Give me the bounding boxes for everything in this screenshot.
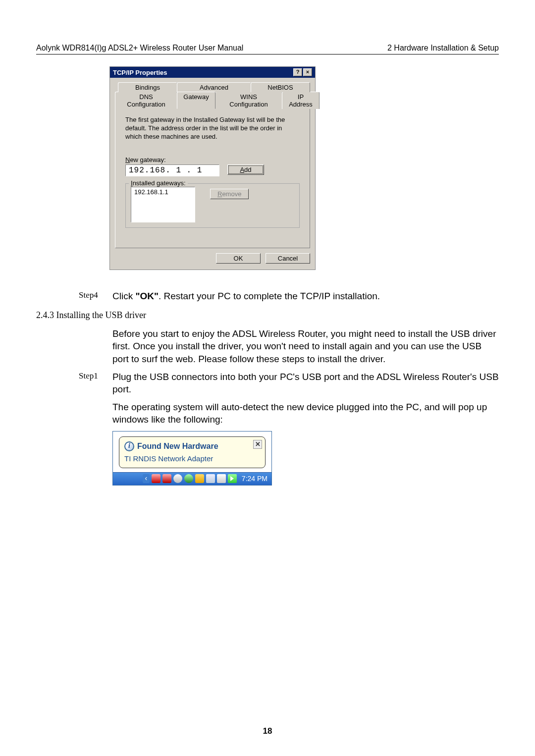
installed-gateway-item[interactable]: 192.168.1.1 [133, 188, 193, 196]
new-gateway-input[interactable]: 192.168. 1 . 1 [125, 164, 219, 176]
gateway-description: The first gateway in the Installed Gatew… [125, 116, 300, 141]
tray-icon[interactable] [228, 474, 237, 483]
system-tray: ‹ 7:24 PM [113, 472, 271, 485]
cancel-button[interactable]: Cancel [266, 253, 310, 264]
step1-label: Step1 [79, 371, 110, 382]
step1-text: Plug the USB connectors into both your P… [112, 371, 499, 396]
installed-gateways-label: Installed gateways: [129, 179, 188, 187]
header-right: 2 Hardware Installation & Setup [387, 44, 499, 53]
tray-icon[interactable] [184, 474, 193, 483]
installed-gateways-list[interactable]: 192.168.1.1 [131, 187, 195, 222]
tray-icon[interactable] [217, 474, 226, 483]
tab-gateway[interactable]: Gateway [177, 92, 215, 109]
tab-netbios[interactable]: NetBIOS [251, 82, 310, 92]
popup-device-name: TI RNDIS Network Adapter [124, 454, 260, 464]
popup-close-icon[interactable]: ✕ [253, 440, 262, 449]
tray-icon[interactable] [152, 474, 160, 483]
tray-icon[interactable] [162, 474, 171, 483]
page-number: 18 [0, 726, 535, 736]
add-button[interactable]: Add [227, 164, 264, 175]
tab-wins-configuration[interactable]: WINS Configuration [215, 92, 282, 109]
intro-paragraph: Before you start to enjoy the ADSL Wirel… [112, 327, 499, 366]
help-icon[interactable]: ? [293, 68, 302, 76]
ok-button[interactable]: OK [216, 253, 261, 264]
dialog-title: TCP/IP Properties [113, 69, 167, 76]
tray-icon[interactable] [195, 474, 204, 483]
tray-expand-icon[interactable]: ‹ [143, 474, 150, 483]
step4-text: Click "OK". Restart your PC to complete … [112, 290, 499, 303]
tab-advanced[interactable]: Advanced [177, 82, 251, 92]
tray-clock: 7:24 PM [242, 474, 268, 484]
header-left: Aolynk WDR814(I)g ADSL2+ Wireless Router… [36, 44, 243, 53]
tcpip-properties-dialog: TCP/IP Properties ? × Bindings Advanced … [109, 66, 316, 270]
close-icon[interactable]: × [303, 68, 312, 76]
new-gateway-label: New gateway: [125, 156, 300, 163]
tab-bindings[interactable]: Bindings [118, 82, 177, 92]
info-icon: i [124, 441, 134, 451]
popup-title: Found New Hardware [137, 441, 218, 452]
tab-ip-address[interactable]: IP Address [282, 92, 320, 109]
tab-dns-configuration[interactable]: DNS Configuration [115, 92, 177, 109]
found-new-hardware-popup: i Found New Hardware ✕ TI RNDIS Network … [112, 431, 272, 486]
tray-icon[interactable] [206, 474, 215, 483]
section-heading: 2.4.3 Installing the USB driver [36, 309, 499, 321]
tray-icon[interactable] [173, 474, 182, 483]
autodetect-paragraph: The operating system will auto-detect th… [112, 401, 499, 426]
step4-label: Step4 [79, 290, 110, 301]
remove-button[interactable]: Remove [210, 189, 249, 199]
